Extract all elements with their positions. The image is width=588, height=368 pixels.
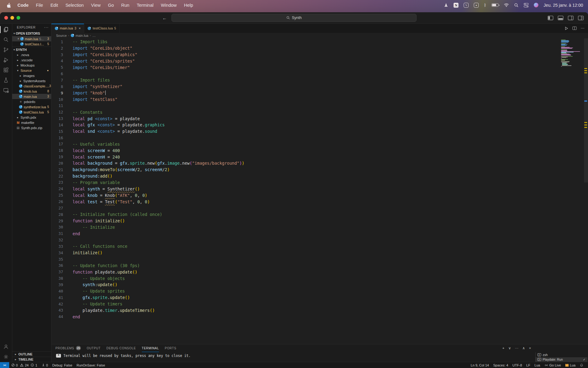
terminal-dropdown-icon[interactable]: ∨ <box>508 346 511 350</box>
tab-main-lua[interactable]: main.lua3× <box>51 24 84 33</box>
panel-more-icon[interactable]: ··· <box>515 346 518 350</box>
code-line[interactable]: 29function initialize() <box>51 218 559 224</box>
run-debug-icon[interactable] <box>0 55 12 65</box>
minimize-window-button[interactable] <box>10 16 14 20</box>
notifications-bell[interactable] <box>578 363 586 367</box>
terminal-zsh[interactable]: ❯zsh <box>536 352 587 357</box>
open-editors-header[interactable]: ▾OPEN EDITORS <box>12 31 51 36</box>
code-line[interactable]: 36-- Update function (30 fps) <box>51 263 559 269</box>
problems-status[interactable]: 0 24 1 <box>9 362 40 368</box>
menu-item-code[interactable]: Code <box>14 3 32 8</box>
golive-status[interactable]: Go Live <box>542 363 563 367</box>
explorer-icon[interactable] <box>0 25 12 35</box>
tree-item-classexample[interactable]: classExample....3 <box>12 83 51 89</box>
extensions-icon[interactable] <box>0 65 12 75</box>
code-line[interactable]: 15local snd <const> = playdate.sound <box>51 128 559 135</box>
menu-item-edit[interactable]: Edit <box>47 3 62 8</box>
tree-item-main-lua[interactable]: main.lua3 <box>12 94 51 99</box>
code-editor[interactable]: 1-- Import libs2import "CoreLibs/object"… <box>51 38 588 344</box>
code-line[interactable]: 19local screenH = 240 <box>51 154 559 160</box>
code-line[interactable]: 21background:moveTo(screenW/2, screenH/2… <box>51 167 559 173</box>
open-editor-testclass-l[interactable]: testClass.l...5 <box>12 41 51 47</box>
vlc-icon[interactable] <box>444 3 448 7</box>
toggle-panel-icon[interactable] <box>558 16 564 20</box>
code-line[interactable]: 27 <box>51 205 559 211</box>
language-status[interactable]: Lua <box>532 363 542 367</box>
tree-item-mockups[interactable]: ▸Mockups <box>12 63 51 68</box>
wifi-icon[interactable] <box>504 3 509 7</box>
close-editor-icon[interactable]: × <box>17 37 20 40</box>
code-line[interactable]: 28-- Initialize function (called once) <box>51 211 559 218</box>
code-line[interactable]: 18local screenW = 400 <box>51 147 559 154</box>
code-line[interactable]: 24local synth = Synthetizer() <box>51 186 559 192</box>
tree-item-synth-pdx[interactable]: ▸Synth.pdx <box>12 115 51 120</box>
code-line[interactable]: 43 playdate.timer.updateTimers() <box>51 307 559 313</box>
maximize-panel-icon[interactable]: ∧ <box>522 346 525 350</box>
indentation-status[interactable]: Spaces: 4 <box>491 363 510 367</box>
menu-item-file[interactable]: File <box>32 3 47 8</box>
menu-item-run[interactable]: Run <box>118 3 133 8</box>
tab-testclass-lua[interactable]: testClass.lua5 <box>84 24 119 33</box>
code-line[interactable]: 39 synth:update() <box>51 282 559 288</box>
playdate-icon[interactable]: ▲ <box>474 3 479 8</box>
code-line[interactable]: 17-- Useful variables <box>51 141 559 148</box>
tree-item-systemassets[interactable]: ▸SystemAssets <box>12 78 51 83</box>
outline-section[interactable]: ▸OUTLINE <box>12 351 51 357</box>
split-editor-icon[interactable] <box>572 26 577 30</box>
siri-icon[interactable] <box>534 3 538 7</box>
menu-clock[interactable]: Jeu. 25 janv. à 12:00 <box>544 3 583 8</box>
control-center-icon[interactable] <box>524 3 529 7</box>
menu-item-terminal[interactable]: Terminal <box>133 3 157 8</box>
menu-item-window[interactable]: Window <box>157 3 180 8</box>
bluetooth-icon[interactable]: ᛒ <box>484 3 486 7</box>
source-control-icon[interactable] <box>0 45 12 55</box>
code-line[interactable]: 35 <box>51 256 559 263</box>
timeline-section[interactable]: ▸TIMELINE <box>12 357 51 362</box>
tree-item-synthetizer-lua[interactable]: synthetizer.lua5 <box>12 104 51 109</box>
panel-tab-terminal[interactable]: TERMINAL <box>142 344 159 352</box>
code-line[interactable]: 6 <box>51 71 559 77</box>
code-line[interactable]: 34initialize() <box>51 250 559 256</box>
explorer-more-actions[interactable]: ··· <box>44 25 49 29</box>
lua-helper-status[interactable]: Lua <box>563 363 578 367</box>
tree-item-pdxinfo[interactable]: ≡pdxinfo <box>12 99 51 104</box>
apple-logo-icon[interactable] <box>5 2 14 8</box>
ports-status[interactable]: 0 <box>40 362 50 368</box>
cursor-position-status[interactable]: Ln 9, Col 14 <box>469 363 491 367</box>
tree-item-synth-pdx-zip[interactable]: ▤Synth.pdx.zip <box>12 125 51 130</box>
encoding-status[interactable]: UTF-8 <box>510 363 524 367</box>
code-line[interactable]: 1-- Import libs <box>51 39 559 45</box>
flash-icon[interactable]: ϟ <box>464 3 469 8</box>
tree-item-vscode[interactable]: ▸.vscode <box>12 57 51 63</box>
panel-tab-output[interactable]: OUTPUT <box>87 344 100 352</box>
code-line[interactable]: 5import "CoreLibs/timer" <box>51 64 559 71</box>
code-line[interactable]: 44end <box>51 313 559 320</box>
breadcrumb[interactable]: Source›main.lua›… <box>51 33 588 38</box>
editor-more-actions-icon[interactable]: ⋯ <box>581 26 584 30</box>
minimap[interactable] <box>561 40 581 67</box>
remote-indicator[interactable]: >< <box>0 362 9 368</box>
code-line[interactable]: 23-- Program variable <box>51 179 559 186</box>
breadcrumb-item-main-lua[interactable]: main.lua <box>76 34 89 37</box>
toggle-sidebar-icon[interactable] <box>548 16 553 20</box>
notion-icon[interactable]: N <box>454 3 458 8</box>
menu-item-help[interactable]: Help <box>180 3 197 8</box>
menu-item-view[interactable]: View <box>87 3 104 8</box>
panel-tab-problems[interactable]: PROBLEMS25 <box>55 344 81 352</box>
search-icon[interactable] <box>0 35 12 45</box>
accounts-icon[interactable] <box>0 342 12 352</box>
code-line[interactable]: 40 -- Update sprites <box>51 288 559 294</box>
code-line[interactable]: 26local test = Test("Test", 0, 0) <box>51 198 559 205</box>
breadcrumb-item-source[interactable]: Source <box>56 34 67 37</box>
zoom-window-button[interactable] <box>17 16 20 20</box>
code-line[interactable]: 4import "CoreLibs/sprites" <box>51 58 559 64</box>
tree-item-knob-lua[interactable]: knob.lua8 <box>12 89 51 94</box>
menu-item-selection[interactable]: Selection <box>62 3 88 8</box>
code-line[interactable]: 7-- Import files <box>51 77 559 83</box>
code-line[interactable]: 37function playdate.update() <box>51 269 559 275</box>
tree-item-nova[interactable]: ▸.nova <box>12 52 51 57</box>
editor-scrollbar[interactable] <box>584 38 588 182</box>
code-line[interactable]: 2import "CoreLibs/object" <box>51 45 559 52</box>
runonsave-status[interactable]: RunOnSave: False <box>74 362 107 368</box>
testing-icon[interactable] <box>0 75 12 85</box>
